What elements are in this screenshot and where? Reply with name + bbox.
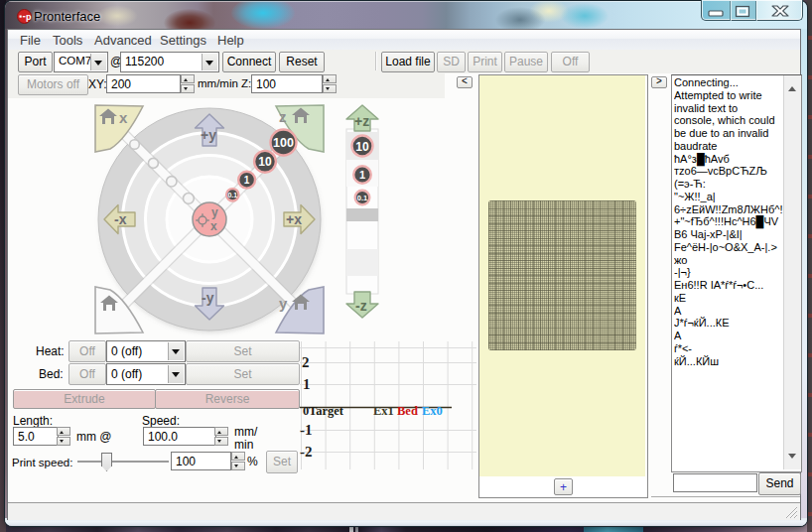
svg-text:-1: -1: [300, 422, 313, 438]
svg-text:-y: -y: [202, 290, 214, 306]
svg-text:Target: Target: [309, 404, 344, 418]
svg-text:2: 2: [302, 354, 310, 370]
svg-text:x: x: [210, 219, 217, 233]
svg-text:1: 1: [303, 376, 311, 392]
svg-text:0.1: 0.1: [357, 194, 367, 202]
svg-text:-2: -2: [300, 444, 313, 460]
svg-text:+y: +y: [201, 127, 216, 143]
svg-text:+x: +x: [286, 211, 302, 227]
svg-text:+z: +z: [354, 113, 369, 129]
svg-text:0.1: 0.1: [227, 192, 237, 199]
svg-text:1: 1: [359, 169, 365, 181]
svg-text:Ex0: Ex0: [422, 404, 443, 418]
svg-text:10: 10: [355, 140, 369, 154]
svg-text:-z: -z: [355, 298, 367, 314]
svg-text:p: p: [26, 12, 32, 22]
svg-text:Ex1: Ex1: [373, 404, 394, 418]
svg-text:y: y: [279, 295, 288, 312]
svg-text:z: z: [279, 108, 287, 125]
svg-text:x: x: [119, 109, 128, 126]
svg-text:-x: -x: [114, 211, 127, 227]
svg-text:y: y: [211, 205, 218, 219]
svg-text:100: 100: [273, 136, 294, 150]
svg-text:Bed: Bed: [397, 404, 418, 418]
svg-text:10: 10: [258, 155, 272, 169]
svg-text:1: 1: [244, 175, 250, 186]
